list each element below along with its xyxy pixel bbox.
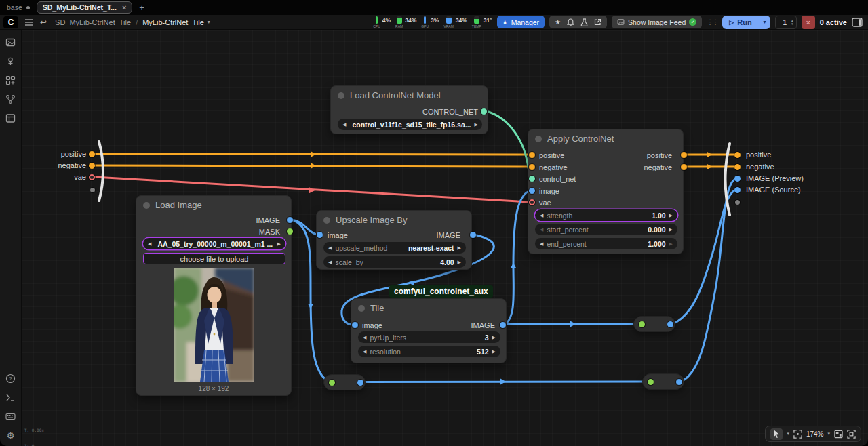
input-slot-negative[interactable] (89, 163, 95, 169)
bell-icon[interactable] (567, 18, 574, 26)
end-percent-widget[interactable]: ◀ end_percent 1.000 ▶ (535, 238, 677, 249)
terminal-button[interactable] (5, 392, 16, 403)
slot-image-out[interactable] (500, 322, 506, 328)
reroute-out[interactable] (667, 321, 673, 327)
shortcuts-button[interactable] (5, 411, 16, 422)
comfyui-logo[interactable]: C (3, 16, 18, 28)
pointer-tool-button[interactable] (770, 428, 783, 440)
batch-count-stepper[interactable]: 1 ▴▾ (775, 16, 797, 29)
input-slot-empty[interactable] (90, 188, 95, 192)
zoom-caret-icon[interactable]: ▾ (827, 431, 830, 437)
slot-positive-in[interactable] (529, 152, 535, 158)
combo-prev-icon[interactable]: ◀ (148, 241, 151, 247)
combo-next-icon[interactable]: ▶ (475, 122, 478, 127)
increment-icon[interactable]: ▶ (492, 349, 496, 354)
combo-next-icon[interactable]: ▶ (458, 245, 461, 251)
collapse-dot[interactable] (143, 202, 150, 209)
scale-by-widget[interactable]: ◀ scale_by 4.00 ▶ (323, 256, 466, 268)
combo-prev-icon[interactable]: ◀ (342, 122, 346, 127)
increment-icon[interactable]: ▶ (669, 227, 673, 232)
output-slot-negative[interactable] (734, 164, 741, 170)
stepper-arrows[interactable]: ▴▾ (791, 19, 793, 26)
decrement-icon[interactable]: ◀ (363, 335, 366, 340)
node-apply-controlnet[interactable]: Apply ControlNet positive negative contr… (528, 129, 684, 254)
pyrup-iters-widget[interactable]: ◀ pyrUp_iters 3 ▶ (358, 331, 500, 343)
sidebar-queue-button[interactable] (5, 37, 16, 47)
sidebar-models-button[interactable] (5, 75, 16, 85)
combo-next-icon[interactable]: ▶ (277, 241, 281, 247)
reroute-out[interactable] (357, 380, 363, 386)
upscale-method-widget[interactable]: ◀ upscale_method nearest-exact ▶ (323, 242, 466, 254)
resolution-widget[interactable]: ◀ resolution 512 ▶ (358, 346, 500, 357)
breadcrumb-current[interactable]: MyLib-CtrlNet_Tile (142, 18, 204, 26)
node-load-image[interactable]: Load Image IMAGE MASK ◀ AA_05_try_00000_… (136, 195, 292, 396)
decrement-icon[interactable]: ◀ (328, 260, 332, 265)
slot-image-in[interactable] (529, 188, 535, 194)
image-file-combo[interactable]: ◀ AA_05_try_00000_m_00001_m1 ... ▶ (143, 238, 285, 249)
close-tab-icon[interactable]: × (122, 3, 126, 12)
increment-icon[interactable]: ▶ (669, 213, 673, 218)
sidebar-workflows-button[interactable] (5, 94, 16, 104)
share-icon[interactable] (594, 18, 601, 26)
zoom-level[interactable]: 174% (806, 430, 824, 438)
slot-mask-out[interactable] (287, 228, 293, 235)
increment-icon[interactable]: ▶ (458, 260, 461, 265)
increment-icon[interactable]: ▶ (669, 241, 673, 247)
tab-active-workflow[interactable]: SD_MyLib-CtrlNet_T... × (37, 1, 133, 14)
collapse-dot[interactable] (358, 305, 365, 312)
slot-image-in[interactable] (352, 322, 358, 328)
collapse-dot[interactable] (338, 92, 344, 99)
slot-image-out[interactable] (470, 232, 476, 238)
manager-button[interactable]: ★ Manager (497, 16, 545, 28)
reroute-in[interactable] (639, 321, 645, 327)
new-tab-button[interactable]: + (139, 3, 144, 13)
slot-negative-out[interactable] (681, 164, 687, 170)
collapse-dot[interactable] (323, 217, 330, 224)
sidebar-nodes-button[interactable] (5, 56, 16, 66)
drag-handle-icon[interactable]: ⋮⋮ (707, 18, 717, 26)
main-menu-button[interactable] (25, 19, 33, 26)
choose-file-button[interactable]: choose file to upload (143, 253, 285, 264)
output-slot-image-source[interactable] (734, 187, 741, 193)
sidebar-templates-button[interactable] (5, 113, 16, 123)
output-slot-positive[interactable] (734, 152, 741, 158)
reroute-in[interactable] (648, 379, 654, 385)
node-load-controlnet-model[interactable]: Load ControlNet Model CONTROL_NET ◀ cont… (330, 85, 488, 134)
increment-icon[interactable]: ▶ (492, 335, 496, 340)
slot-image-in[interactable] (317, 232, 323, 238)
help-button[interactable]: ? (5, 373, 16, 384)
run-options-caret-icon[interactable]: ▾ (760, 19, 770, 25)
focus-selection-icon[interactable] (847, 430, 856, 439)
undo-button[interactable]: ↩ (40, 18, 47, 27)
output-slot-empty[interactable] (735, 200, 740, 205)
input-slot-vae[interactable] (89, 174, 95, 180)
reroute-in[interactable] (329, 380, 335, 386)
node-tile[interactable]: Tile image IMAGE ◀ pyrUp_iters 3 ▶ ◀ res… (351, 298, 507, 363)
slot-positive-out[interactable] (681, 152, 687, 158)
slot-image-out[interactable] (287, 217, 293, 223)
show-image-feed-button[interactable]: Show Image Feed ✓ (612, 16, 702, 28)
collapse-dot[interactable] (535, 136, 542, 142)
slot-control-net-out[interactable] (481, 108, 487, 115)
decrement-icon[interactable]: ◀ (540, 227, 543, 232)
star-icon[interactable]: ★ (555, 18, 561, 26)
slot-negative-in[interactable] (529, 164, 535, 170)
decrement-icon[interactable]: ◀ (363, 349, 366, 354)
minimap-icon[interactable] (834, 430, 843, 439)
stop-button[interactable]: × (802, 16, 815, 29)
reroute-out[interactable] (676, 379, 682, 385)
combo-prev-icon[interactable]: ◀ (328, 245, 332, 251)
run-button[interactable]: ▷ Run ▾ (722, 16, 770, 29)
strength-widget[interactable]: ◀ strength 1.00 ▶ (535, 209, 677, 221)
fit-view-icon[interactable] (793, 430, 802, 439)
controlnet-model-combo[interactable]: ◀ control_v11f1e_sd15_tile_fp16.sa... ▶ (338, 119, 482, 130)
settings-button[interactable]: ⚙ (5, 430, 16, 441)
toggle-panel-icon[interactable] (852, 18, 863, 27)
slot-vae-in[interactable] (529, 199, 535, 205)
node-upscale-image-by[interactable]: Upscale Image By image IMAGE ◀ upscale_m… (316, 210, 472, 270)
flask-icon[interactable] (580, 18, 588, 26)
input-slot-positive[interactable] (89, 151, 95, 157)
decrement-icon[interactable]: ◀ (540, 241, 543, 247)
slot-control-net-in[interactable] (529, 176, 535, 182)
breadcrumb-root[interactable]: SD_MyLib-CtrlNet_Tile (55, 18, 131, 26)
